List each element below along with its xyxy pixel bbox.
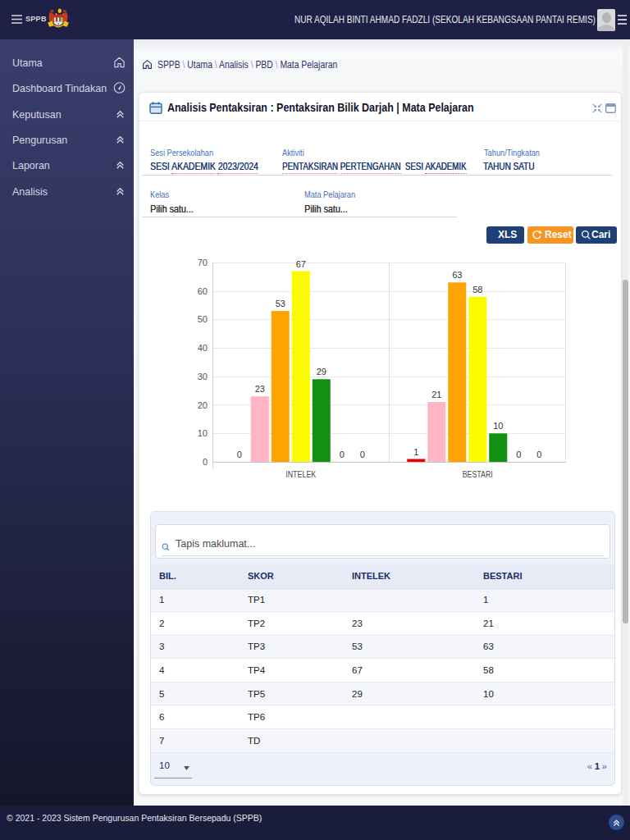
svg-text:1: 1 (413, 447, 418, 457)
svg-text:58: 58 (472, 285, 482, 294)
svg-text:53: 53 (276, 299, 285, 308)
svg-text:INTELEK: INTELEK (285, 469, 317, 479)
svg-text:0: 0 (237, 450, 242, 459)
svg-text:23: 23 (255, 384, 265, 394)
svg-text:20: 20 (198, 400, 208, 410)
svg-text:63: 63 (452, 270, 462, 280)
svg-text:0: 0 (536, 450, 541, 459)
svg-text:10: 10 (198, 428, 208, 438)
svg-text:67: 67 (296, 259, 306, 269)
svg-text:0: 0 (340, 450, 345, 459)
svg-text:BESTARI: BESTARI (463, 469, 493, 479)
svg-text:0: 0 (360, 450, 365, 459)
svg-text:40: 40 (198, 343, 208, 353)
svg-text:29: 29 (317, 367, 326, 377)
svg-text:60: 60 (198, 286, 208, 296)
svg-text:70: 70 (198, 258, 208, 267)
svg-text:10: 10 (493, 421, 503, 431)
svg-text:30: 30 (198, 372, 208, 381)
svg-text:21: 21 (431, 390, 441, 399)
svg-text:0: 0 (516, 450, 521, 459)
svg-text:50: 50 (198, 314, 208, 324)
svg-text:0: 0 (203, 457, 208, 467)
